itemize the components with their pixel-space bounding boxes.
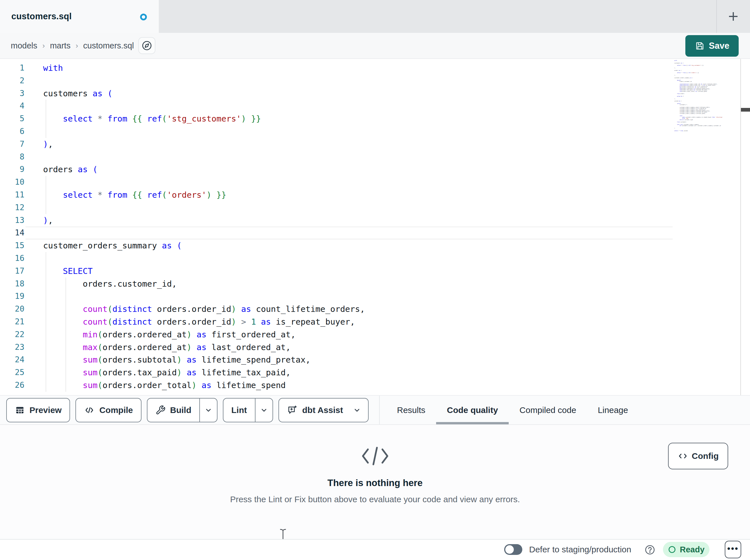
code-line-12[interactable]: 12	[0, 201, 750, 214]
line-number: 13	[0, 214, 24, 227]
empty-state-title: There is nothing here	[0, 478, 750, 488]
line-number: 15	[0, 240, 24, 252]
breadcrumb-item-customers-sql[interactable]: customers.sql	[83, 41, 134, 50]
code-line-2[interactable]: 2	[0, 75, 750, 87]
line-number: 18	[0, 277, 24, 290]
code-text: select * from {{ ref('stg_customers') }}	[43, 112, 261, 125]
build-button-label: Build	[170, 405, 191, 415]
status-badge-label: Ready	[680, 545, 704, 554]
code-line-19[interactable]: 19	[0, 290, 750, 303]
defer-toggle[interactable]	[504, 544, 522, 555]
line-number: 6	[0, 125, 24, 138]
chat-sparkle-icon	[287, 405, 298, 416]
code-line-17[interactable]: 17 SELECT	[0, 265, 750, 277]
indent-guide	[46, 100, 46, 112]
compile-button-label: Compile	[99, 405, 133, 415]
code-line-18[interactable]: 18 orders.customer_id,	[0, 277, 750, 290]
toolbar-divider	[379, 396, 380, 424]
dbt-assist-button[interactable]: dbt Assist	[278, 398, 369, 422]
line-number: 19	[0, 290, 24, 303]
code-line-16[interactable]: 16	[0, 252, 750, 265]
line-number: 7	[0, 138, 24, 151]
code-line-7[interactable]: 7),	[0, 138, 750, 151]
code-text: sum(orders.order_total) as lifetime_spen…	[43, 379, 286, 392]
code-line-6[interactable]: 6	[0, 125, 750, 138]
lint-button[interactable]: Lint	[223, 398, 273, 422]
code-text: sum(orders.tax_paid) as lifetime_tax_pai…	[43, 366, 291, 379]
plus-icon	[727, 9, 740, 23]
code-line-20[interactable]: 20 count(distinct orders.order_id) as co…	[0, 303, 750, 315]
code-line-25[interactable]: 25 sum(orders.tax_paid) as lifetime_tax_…	[0, 366, 750, 379]
line-number: 4	[0, 100, 24, 112]
code-line-26[interactable]: 26 sum(orders.order_total) as lifetime_s…	[0, 379, 750, 392]
dbt-assist-button-main[interactable]: dbt Assist	[279, 398, 351, 422]
tab-code-quality[interactable]: Code quality	[436, 396, 509, 424]
code-line-8[interactable]: 8	[0, 151, 750, 163]
line-number: 3	[0, 87, 24, 100]
build-button-main[interactable]: Build	[147, 398, 199, 422]
code-line-10[interactable]: 10	[0, 176, 750, 189]
compile-button-main[interactable]: Compile	[76, 398, 141, 422]
file-tab-customers-sql[interactable]: customers.sql	[0, 0, 159, 33]
line-number: 22	[0, 328, 24, 341]
results-panel: There is nothing here Press the Lint or …	[0, 425, 750, 539]
code-text: ),	[43, 214, 53, 227]
defer-label: Defer to staging/production	[529, 545, 631, 554]
code-line-15[interactable]: 15customer_orders_summary as (	[0, 240, 750, 252]
line-number: 11	[0, 189, 24, 201]
save-button[interactable]: Save	[685, 35, 739, 57]
explore-lineage-button[interactable]	[138, 37, 155, 54]
code-text: min(orders.ordered_at) as first_ordered_…	[43, 328, 296, 341]
line-number: 2	[0, 75, 24, 87]
tab-lineage[interactable]: Lineage	[587, 396, 639, 424]
code-editor[interactable]: 1with23customers as (45 select * from {{…	[0, 59, 750, 395]
config-button-label: Config	[692, 451, 719, 461]
code-text: max(orders.ordered_at) as last_ordered_a…	[43, 341, 291, 354]
line-number: 20	[0, 303, 24, 315]
code-line-21[interactable]: 21 count(distinct orders.order_id) > 1 a…	[0, 315, 750, 328]
tab-results[interactable]: Results	[386, 396, 436, 424]
breadcrumb-item-models[interactable]: models	[11, 41, 37, 50]
line-number: 1	[0, 62, 24, 75]
build-dropdown-button[interactable]	[199, 398, 217, 422]
indent-guide	[46, 125, 46, 138]
line-number: 23	[0, 341, 24, 354]
code-text: sum(orders.subtotal) as lifetime_spend_p…	[43, 353, 311, 366]
code-line-1[interactable]: 1with	[0, 62, 750, 75]
floppy-icon	[695, 41, 705, 51]
preview-button[interactable]: Preview	[6, 398, 70, 422]
code-line-5[interactable]: 5 select * from {{ ref('stg_customers') …	[0, 112, 750, 125]
code-line-9[interactable]: 9orders as (	[0, 163, 750, 176]
code-line-11[interactable]: 11 select * from {{ ref('orders') }}	[0, 189, 750, 201]
help-icon[interactable]	[644, 544, 656, 556]
minimap[interactable]: with customers as ( select * from {{ ref…	[674, 60, 740, 134]
compass-icon	[141, 40, 152, 51]
scrollbar-cursor-marker	[741, 108, 750, 111]
table-icon	[15, 405, 25, 415]
code-text: count(distinct orders.order_id) as count…	[43, 303, 365, 315]
compile-button[interactable]: Compile	[75, 398, 141, 422]
indent-guide	[46, 201, 46, 214]
new-tab-button[interactable]	[725, 8, 742, 25]
preview-button-main[interactable]: Preview	[7, 398, 70, 422]
code-line-24[interactable]: 24 sum(orders.subtotal) as lifetime_spen…	[0, 353, 750, 366]
config-button[interactable]: Config	[668, 443, 728, 469]
dbt-ide-window: customers.sql models›marts›customers.sql…	[0, 0, 750, 560]
tab-compiled-code[interactable]: Compiled code	[509, 396, 587, 424]
build-button[interactable]: Build	[147, 398, 217, 422]
lint-dropdown-button[interactable]	[255, 398, 273, 422]
breadcrumb-item-marts[interactable]: marts	[50, 41, 71, 50]
code-line-4[interactable]: 4	[0, 100, 750, 112]
lint-button-main[interactable]: Lint	[223, 398, 255, 422]
wrench-icon	[155, 405, 165, 415]
code-line-13[interactable]: 13),	[0, 214, 750, 227]
save-button-label: Save	[709, 41, 729, 51]
empty-state: There is nothing here Press the Lint or …	[0, 425, 750, 504]
more-options-button[interactable]: •••	[725, 541, 741, 558]
code-line-14[interactable]: 14	[0, 227, 750, 240]
code-text: orders.customer_id,	[43, 277, 177, 290]
code-line-22[interactable]: 22 min(orders.ordered_at) as first_order…	[0, 328, 750, 341]
line-number: 12	[0, 201, 24, 214]
code-line-23[interactable]: 23 max(orders.ordered_at) as last_ordere…	[0, 341, 750, 354]
code-line-3[interactable]: 3customers as (	[0, 87, 750, 100]
